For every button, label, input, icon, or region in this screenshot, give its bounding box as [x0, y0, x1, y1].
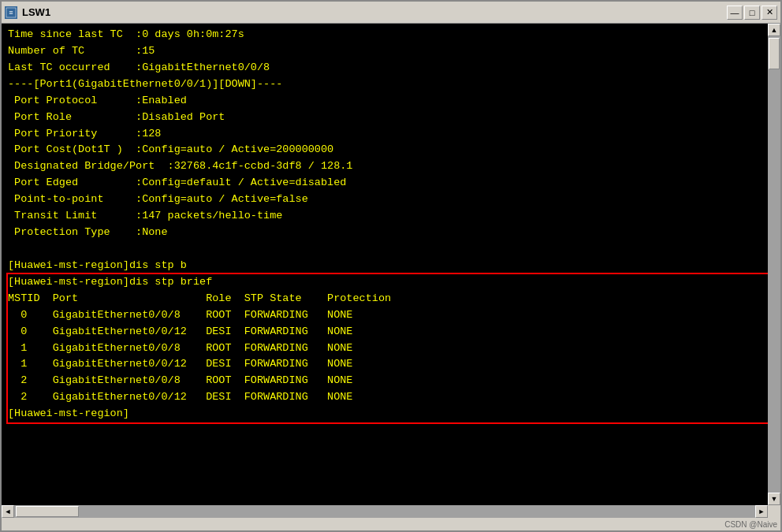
status-label: CSDN @Naive — [724, 520, 777, 529]
horizontal-scrollbar[interactable]: ◄ ► — [2, 505, 780, 518]
terminal-line: 0 GigabitEthernet0/0/8 ROOT FORWARDING N… — [8, 307, 774, 324]
terminal-content[interactable]: Time since last TC :0 days 0h:0m:27sNumb… — [2, 24, 780, 505]
title-bar-left: ≡ LSW1 — [5, 6, 50, 19]
terminal-line: 2 GigabitEthernet0/0/12 DESI FORWARDING … — [8, 389, 774, 406]
terminal-wrapper: Time since last TC :0 days 0h:0m:27sNumb… — [2, 24, 780, 505]
terminal-line: Protection Type :None — [8, 225, 774, 241]
terminal-line: ----[Port1(GigabitEthernet0/0/1)][DOWN]-… — [8, 76, 774, 93]
scroll-down-button[interactable]: ▼ — [768, 493, 780, 505]
scroll-left-button[interactable]: ◄ — [2, 505, 14, 518]
terminal-line: 1 GigabitEthernet0/0/8 ROOT FORWARDING N… — [8, 340, 774, 357]
window-title: LSW1 — [22, 6, 50, 18]
terminal-line: Number of TC :15 — [8, 43, 774, 60]
vertical-scrollbar[interactable]: ▲ ▼ — [768, 24, 780, 505]
terminal-line: Designated Bridge/Port :32768.4c1f-ccbd-… — [8, 158, 774, 175]
terminal-line: MSTID Port Role STP State Protection — [8, 291, 774, 307]
scroll-thumb-vertical[interactable] — [769, 38, 780, 69]
terminal-line: Last TC occurred :GigabitEthernet0/0/8 — [8, 60, 774, 76]
restore-button[interactable]: □ — [744, 6, 760, 20]
title-bar: ≡ LSW1 — □ ✕ — [2, 2, 780, 24]
terminal-line: Time since last TC :0 days 0h:0m:27s — [8, 27, 774, 43]
terminal-line: Port Cost(Dot1T ) :Config=auto / Active=… — [8, 142, 774, 158]
status-bar: CSDN @Naive — [2, 518, 780, 530]
scroll-right-button[interactable]: ► — [755, 505, 768, 518]
svg-text:≡: ≡ — [9, 9, 13, 17]
terminal-line: [Huawei-mst-region] — [8, 406, 774, 422]
terminal-line: Port Edged :Config=default / Active=disa… — [8, 175, 774, 192]
scroll-up-button[interactable]: ▲ — [768, 24, 780, 36]
terminal-line: Point-to-point :Config=auto / Active=fal… — [8, 192, 774, 208]
terminal-line: 0 GigabitEthernet0/0/12 DESI FORWARDING … — [8, 324, 774, 340]
terminal-line: 1 GigabitEthernet0/0/12 DESI FORWARDING … — [8, 356, 774, 373]
terminal-line: Port Role :Disabled Port — [8, 110, 774, 126]
terminal-line: Port Priority :128 — [8, 126, 774, 143]
scroll-track-vertical[interactable] — [768, 36, 780, 493]
terminal-line: [Huawei-mst-region]dis stp b — [8, 258, 774, 274]
window-controls: — □ ✕ — [727, 6, 777, 20]
terminal-line: Transit Limit :147 packets/hello-time — [8, 208, 774, 225]
app-icon: ≡ — [5, 6, 17, 19]
terminal-line — [8, 241, 774, 258]
terminal-line: [Huawei-mst-region]dis stp brief — [8, 274, 774, 291]
scroll-thumb-horizontal[interactable] — [16, 506, 79, 517]
close-button[interactable]: ✕ — [762, 6, 777, 20]
scroll-track-horizontal[interactable] — [14, 505, 755, 518]
scroll-corner — [768, 505, 780, 518]
minimize-button[interactable]: — — [727, 6, 743, 20]
terminal-line: Port Protocol :Enabled — [8, 93, 774, 110]
terminal-line: 2 GigabitEthernet0/0/8 ROOT FORWARDING N… — [8, 373, 774, 389]
main-window: ≡ LSW1 — □ ✕ Time since last TC :0 days … — [0, 0, 782, 532]
